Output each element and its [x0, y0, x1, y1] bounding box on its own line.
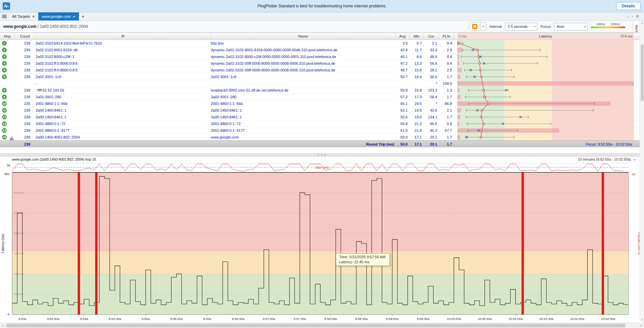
details-button[interactable]: Details	[616, 2, 641, 10]
legend-100ms-label: 100ms	[596, 22, 605, 26]
hop-number: 11	[0, 107, 15, 114]
column-header-hop[interactable]: Hop	[0, 33, 15, 40]
hop-number: 13	[0, 120, 15, 127]
hop-pl: 1.3	[439, 87, 453, 94]
hop-avg: 55.8	[396, 87, 409, 94]
footer-cur: 20.1	[424, 141, 439, 148]
menu-icon[interactable]	[0, 12, 9, 20]
tab-www-google-com[interactable]: www.google.com ✔	[38, 12, 79, 20]
hop-min: 17.1	[410, 134, 423, 141]
hop-avg: 48.7	[396, 67, 409, 73]
chevron-left-icon[interactable]: ‹	[628, 14, 629, 19]
svg-text:200 ms: 200 ms	[14, 232, 24, 235]
svg-text:300 ms: 300 ms	[14, 191, 24, 195]
svg-text:9:59:00a: 9:59:00a	[386, 317, 399, 321]
column-header-name[interactable]: Name	[211, 33, 396, 40]
hop-pl: 86.8	[439, 100, 453, 107]
horizontal-scrollbar-thumb[interactable]	[6, 324, 626, 327]
hop-avg: 66.1	[396, 100, 409, 107]
pause-button[interactable]	[469, 22, 480, 31]
tab-all-targets[interactable]: All Targets ✕	[9, 12, 38, 20]
svg-text:9:58:30a: 9:58:30a	[355, 317, 368, 321]
hop-cur: 58.4	[424, 94, 439, 100]
focus-value: Auto	[557, 24, 564, 29]
column-header-latency[interactable]: 0 ms Latency 374 ms	[457, 33, 634, 40]
column-header-count[interactable]: Count	[15, 33, 36, 40]
svg-text:9:56:30a: 9:56:30a	[232, 317, 245, 321]
svg-text:30: 30	[632, 172, 636, 176]
hop-avg: 50.0	[396, 134, 409, 141]
hop-avg: 50.6	[396, 114, 409, 120]
column-header-pl[interactable]: PL%	[439, 33, 454, 40]
hop-ip: 2001:4860:0:1::4177	[36, 127, 208, 134]
hop-number	[0, 80, 15, 87]
hop-ip: 2a02:3102:b914:10c0:6b4:feff:fe7c:7615	[36, 40, 208, 47]
hop-number: 15	[0, 134, 15, 141]
hop-cur: 103.2	[424, 87, 439, 94]
svg-text:350: 350	[4, 172, 9, 176]
hop-count: 239	[15, 40, 32, 47]
new-tab-button[interactable]: +	[79, 12, 87, 20]
hop-number: 1	[0, 40, 15, 47]
pause-dropdown-button[interactable]: ▾	[480, 22, 486, 31]
hop-ip: 2a00:1450:4001:802::2004	[36, 134, 208, 141]
svg-text:9:56a: 9:56a	[203, 317, 212, 321]
hop-name: fritz.box	[211, 40, 395, 47]
svg-text:9:57:30a: 9:57:30a	[293, 317, 306, 321]
top-banner-bar: PingPlotter Standard is best for trouble…	[0, 0, 644, 12]
hop-min: 21.9	[410, 127, 423, 134]
hop-number: 12	[0, 114, 15, 120]
scroll-up-icon[interactable]: ▴	[640, 21, 644, 25]
column-header-avg[interactable]: Avg	[396, 33, 410, 40]
hop-avg: 3.5	[396, 40, 409, 47]
hop-pl: 57.7	[439, 127, 453, 134]
scroll-left-icon[interactable]: ◂	[0, 323, 5, 328]
target-ip: / 2a00:1450:4001:802::2004	[36, 24, 88, 29]
pane-splitter-handle[interactable]: ● ● ●	[0, 153, 644, 157]
svg-text:10:00:30a: 10:00:30a	[477, 317, 492, 321]
hop-count: 239	[15, 94, 32, 100]
timeline-range-dropdown[interactable]: 10 minutes (9:52:50a - 10:02:50a) ▾	[578, 157, 635, 161]
hop-name: 2001:4860:0:1::72	[211, 120, 395, 127]
hop-cur: 2.1	[424, 40, 439, 47]
hop-count: 239	[15, 87, 32, 94]
hop-cur: 28.1	[424, 67, 439, 73]
scroll-down-icon[interactable]: ▾	[640, 318, 644, 322]
timeline-graph[interactable]: 35Jitter (ms)50 ms100 ms150 ms200 ms250 …	[0, 163, 644, 322]
focus-label: Focus	[541, 24, 551, 29]
hop-number: 9	[0, 94, 15, 100]
close-icon[interactable]: ✕	[32, 15, 35, 18]
chevron-right-icon[interactable]: ›	[632, 14, 633, 19]
hop-ip: -	[36, 80, 208, 87]
target-toolbar: www.google.com / 2a00:1450:4001:802::200…	[0, 21, 644, 33]
latency-color-legend: 100ms 200ms	[591, 22, 625, 31]
hop-cur: 48.9	[424, 53, 439, 60]
hop-name: dynamic-2a02-3102-8001-8159-0000-0000-00…	[211, 47, 395, 53]
horizontal-scrollbar[interactable]: ◂ ▸	[0, 323, 644, 328]
svg-text:9:53a: 9:53a	[18, 317, 27, 321]
hop-count	[15, 80, 32, 87]
column-header-cur[interactable]: Cur	[424, 33, 439, 40]
svg-text:50 ms: 50 ms	[14, 292, 22, 296]
vertical-scrollbar-thumb[interactable]	[641, 44, 644, 101]
scroll-right-icon[interactable]: ▸	[639, 323, 644, 328]
hop-count: 239	[15, 60, 32, 67]
gear-icon[interactable]: ⚙	[636, 14, 639, 19]
interval-select[interactable]: 2.5 seconds ▾	[505, 23, 537, 31]
hop-name: 2001:4860:0:1::4177	[211, 127, 395, 134]
svg-text:10:01:00a: 10:01:00a	[508, 317, 523, 321]
hop-min: 19.0	[410, 114, 423, 120]
vertical-scrollbar[interactable]: ▴ ▾	[640, 21, 644, 322]
column-header-ip[interactable]: IP	[36, 33, 211, 40]
hop-number: 8	[0, 87, 15, 94]
hop-number: 14	[0, 127, 15, 134]
hop-pl: 1.7	[439, 114, 453, 120]
hop-min: 0.7	[410, 40, 423, 47]
hop-avg: 52.1	[396, 107, 409, 114]
hop-latency-graph	[457, 40, 634, 141]
hop-number: 2	[0, 47, 15, 53]
column-header-min[interactable]: Min	[410, 33, 424, 40]
hop-min: 17.3	[410, 94, 423, 100]
hop-pl: 2.5	[439, 67, 453, 73]
focus-select[interactable]: Auto ▾	[554, 23, 588, 31]
